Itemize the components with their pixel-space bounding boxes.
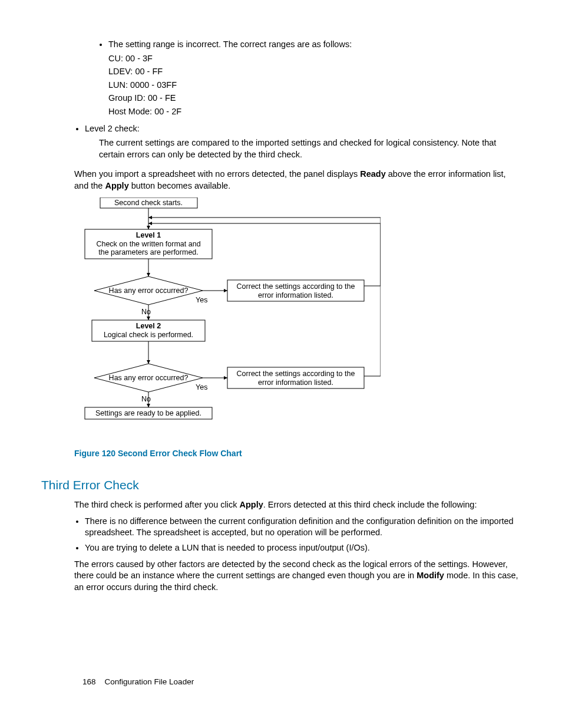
figure-caption: Figure 120 Second Error Check Flow Chart bbox=[74, 448, 521, 459]
footer-section: Configuration File Loader bbox=[105, 677, 194, 686]
svg-text:No: No bbox=[141, 395, 151, 403]
third-intro-pre: The third check is performed after you c… bbox=[74, 500, 239, 509]
import-apply-bold: Apply bbox=[105, 181, 128, 190]
third-bullets: There is no difference between the curre… bbox=[74, 516, 521, 554]
range-cu: CU: 00 - 3F bbox=[108, 53, 521, 65]
third-bullet-2: You are trying to delete a LUN that is n… bbox=[85, 542, 521, 554]
svg-text:error information listed.: error information listed. bbox=[258, 291, 333, 299]
svg-text:the parameters are performed.: the parameters are performed. bbox=[98, 248, 199, 256]
third-para2: The errors caused by other factors are d… bbox=[74, 559, 521, 594]
range-hostmode: Host Mode: 00 - 2F bbox=[108, 106, 521, 118]
flowchart-diagram: Second check starts. Level 1 Check on th… bbox=[74, 197, 521, 436]
range-lun: LUN: 0000 - 03FF bbox=[108, 80, 521, 91]
svg-text:Second check starts.: Second check starts. bbox=[114, 199, 183, 207]
setting-range-list: The setting range is incorrect. The corr… bbox=[98, 39, 521, 117]
svg-text:error information listed.: error information listed. bbox=[258, 378, 333, 387]
svg-text:Level 1: Level 1 bbox=[136, 231, 161, 239]
third-intro-apply-bold: Apply bbox=[239, 500, 263, 509]
level2-label: Level 2 check: bbox=[85, 124, 140, 133]
svg-text:Has any error occurred?: Has any error occurred? bbox=[109, 374, 189, 382]
third-para2-modify-bold: Modify bbox=[416, 571, 444, 580]
import-paragraph: When you import a spreadsheet with no er… bbox=[74, 169, 521, 192]
third-intro-paragraph: The third check is performed after you c… bbox=[74, 499, 521, 511]
svg-text:Level 2: Level 2 bbox=[136, 322, 161, 330]
svg-text:Yes: Yes bbox=[196, 383, 207, 391]
svg-text:Correct the settings according: Correct the settings according to the bbox=[237, 282, 355, 291]
import-pre1: When you import a spreadsheet with no er… bbox=[74, 169, 360, 179]
svg-text:Check on the written format an: Check on the written format and bbox=[96, 240, 200, 248]
page-footer: 168 Configuration File Loader bbox=[82, 677, 194, 687]
level2-item: Level 2 check: The current settings are … bbox=[85, 123, 521, 160]
svg-text:Has any error occurred?: Has any error occurred? bbox=[109, 286, 189, 295]
import-ready-bold: Ready bbox=[360, 169, 386, 179]
level2-list: Level 2 check: The current settings are … bbox=[74, 123, 521, 160]
svg-text:No: No bbox=[141, 308, 151, 316]
setting-range-item: The setting range is incorrect. The corr… bbox=[108, 39, 521, 117]
import-post1: button becomes available. bbox=[129, 181, 231, 190]
third-error-check-heading: Third Error Check bbox=[41, 477, 521, 493]
setting-range-intro: The setting range is incorrect. The corr… bbox=[108, 39, 352, 49]
range-groupid: Group ID: 00 - FE bbox=[108, 93, 521, 104]
svg-text:Correct the settings according: Correct the settings according to the bbox=[237, 370, 355, 378]
level2-body: The current settings are compared to the… bbox=[99, 137, 521, 160]
page-number: 168 bbox=[82, 677, 96, 686]
svg-text:Logical check is performed.: Logical check is performed. bbox=[104, 331, 193, 339]
range-ldev: LDEV: 00 - FF bbox=[108, 66, 521, 78]
third-bullet-1: There is no difference between the curre… bbox=[85, 516, 521, 539]
third-intro-post: . Errors detected at this third check in… bbox=[263, 500, 477, 509]
svg-text:Yes: Yes bbox=[196, 296, 207, 304]
svg-text:Settings are ready to be appli: Settings are ready to be applied. bbox=[95, 409, 201, 417]
